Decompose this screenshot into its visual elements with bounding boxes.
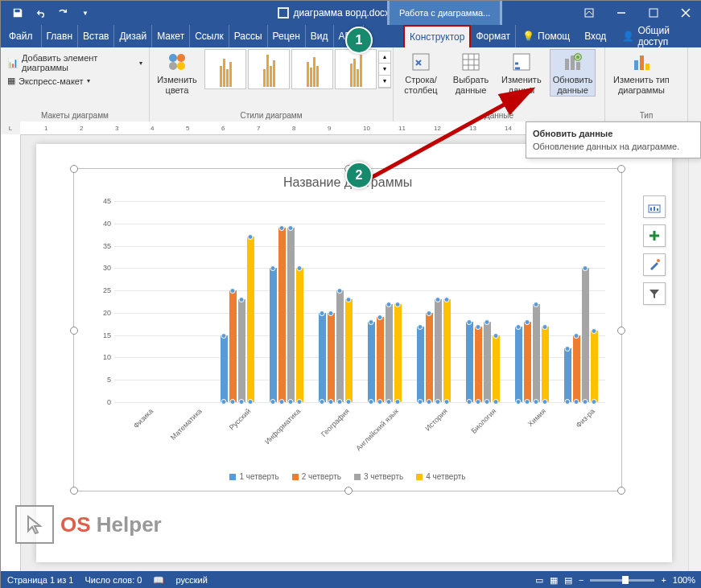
watermark-logo: OS Helper [15,505,162,544]
statusbar: Страница 1 из 1 Число слов: 0 📖 русский … [1,571,701,588]
ribbon-options-icon[interactable] [573,1,605,25]
svg-rect-22 [645,64,649,70]
chart-filters-icon[interactable] [643,282,666,305]
save-icon[interactable] [7,2,28,23]
chevron-up-icon: ▴ [379,51,390,64]
svg-rect-10 [463,54,479,70]
lightbulb-icon: 💡 [522,31,534,42]
qat-dropdown-icon[interactable]: ▼ [75,2,96,23]
group-chart-layouts: Макеты диаграмм [6,111,144,121]
vertical-scrollbar[interactable] [688,134,701,571]
tab-home[interactable]: Главн [42,25,79,47]
person-icon: 👤 [622,31,634,42]
group-data: Данные [398,111,600,121]
zoom-out-icon[interactable]: − [579,575,583,585]
chart-object[interactable]: Название диаграммы 051015202530354045 Фи… [73,168,622,491]
svg-rect-4 [649,9,658,17]
web-layout-icon[interactable]: ▤ [564,575,572,586]
refresh-data-tooltip: Обновить данные Обновление данных на диа… [526,121,701,158]
document-page[interactable]: Название диаграммы 051015202530354045 Фи… [36,144,672,562]
svg-point-5 [169,54,177,62]
ribbon: 📊Добавить элемент диаграммы▾ ▦Экспресс-м… [1,47,701,122]
refresh-data-button[interactable]: Обновить данные [550,49,596,97]
titlebar: ▼ диаграмма ворд.docx-Word Работа с диаг… [1,1,701,25]
change-chart-type-button[interactable]: Изменить тип диаграммы [610,49,673,97]
select-data-button[interactable]: Выбрать данные [448,49,493,97]
switch-row-column-button[interactable]: Строка/ столбец [398,49,443,97]
grid-icon [460,51,482,73]
maximize-icon[interactable] [637,1,670,25]
minimize-icon[interactable] [605,1,637,25]
chart-layout-options-icon[interactable] [643,195,666,218]
zoom-level[interactable]: 100% [673,575,695,585]
group-chart-styles: Стили диаграмм [155,111,388,121]
annotation-badge-2: 2 [345,162,373,189]
style-thumb[interactable] [248,49,290,89]
svg-rect-26 [657,208,658,211]
word-doc-icon [277,7,288,19]
switch-icon [410,51,432,73]
tab-format[interactable]: Формат [471,25,516,47]
tab-insert[interactable]: Встав [78,25,114,47]
svg-point-6 [177,54,185,62]
tab-constructor[interactable]: Конструктор [403,25,471,47]
sign-in-button[interactable]: Вход [579,31,611,42]
more-icon: ▾ [379,76,390,88]
document-area: L 1234567891011121314151617 Название диа… [1,121,701,571]
share-button[interactable]: 👤Общий доступ [614,25,699,47]
print-layout-icon[interactable]: ▦ [550,575,558,586]
tab-view[interactable]: Вид [306,25,334,47]
read-mode-icon[interactable]: ▭ [535,575,543,586]
svg-point-27 [657,259,660,262]
svg-rect-2 [585,9,593,17]
tab-references[interactable]: Ссылк [190,25,229,47]
ruler-corner: L [1,121,21,135]
annotation-badge-1: 1 [345,27,373,54]
tab-review[interactable]: Рецен [268,25,306,47]
style-thumb[interactable] [291,49,333,89]
chart-plot-area[interactable]: 051015202530354045 [114,201,605,402]
page-count[interactable]: Страница 1 из 1 [7,575,73,585]
chart-tools-context-tab: Работа с диаграмма... [387,1,502,25]
word-count[interactable]: Число слов: 0 [85,575,142,585]
spellcheck-icon[interactable]: 📖 [153,575,164,586]
tab-file[interactable]: Файл [1,25,42,47]
gallery-scroll[interactable]: ▴▾▾ [378,51,391,88]
svg-rect-18 [576,62,580,70]
chart-type-icon [630,51,653,73]
layout-icon: ▦ [7,76,15,86]
tab-layout[interactable]: Макет [152,25,190,47]
svg-rect-24 [650,208,652,211]
tab-design[interactable]: Дизай [114,25,152,47]
chart-elements-icon[interactable] [643,224,666,247]
svg-rect-16 [565,59,569,70]
chart-styles-gallery[interactable]: ▴▾▾ [204,49,391,89]
tab-mailings[interactable]: Рассы [229,25,268,47]
close-icon[interactable] [670,1,701,25]
quick-access-toolbar: ▼ [1,2,96,23]
undo-icon[interactable] [30,2,51,23]
word-app-window: ▼ диаграмма ворд.docx-Word Работа с диаг… [0,0,701,588]
svg-rect-21 [640,56,644,70]
add-chart-element-button[interactable]: 📊Добавить элемент диаграммы▾ [6,52,144,73]
svg-point-8 [177,62,185,70]
palette-icon [166,51,188,73]
quick-layout-button[interactable]: ▦Экспресс-макет▾ [6,75,92,87]
svg-rect-20 [634,60,638,70]
change-colors-button[interactable]: Изменить цвета [155,49,200,97]
cursor-icon [23,513,46,536]
edit-data-button[interactable]: Изменить данны [498,49,545,97]
refresh-icon [562,51,584,73]
style-thumb[interactable] [204,49,246,89]
style-thumb[interactable] [335,49,377,89]
language-status[interactable]: русский [175,575,207,585]
tell-me-help[interactable]: 💡Помощ [516,31,576,42]
redo-icon[interactable] [52,2,73,23]
chart-styles-icon[interactable] [643,253,666,276]
edit-data-icon [510,51,533,73]
zoom-in-icon[interactable]: + [661,575,666,585]
zoom-slider[interactable] [590,579,654,582]
chart-element-icon: 📊 [7,58,19,68]
chart-legend[interactable]: 1 четверть2 четверть3 четверть4 четверть [74,472,621,481]
svg-point-7 [169,62,177,70]
